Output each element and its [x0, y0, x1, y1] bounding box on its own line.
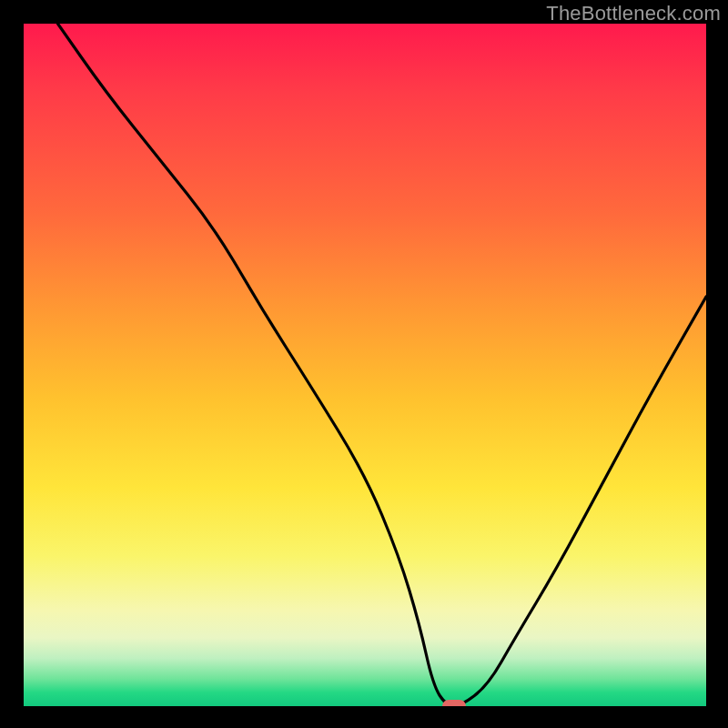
plot-area — [24, 24, 706, 706]
chart-frame: TheBottleneck.com — [0, 0, 728, 728]
bottleneck-curve — [24, 24, 706, 706]
optimal-marker — [442, 700, 466, 706]
watermark-text: TheBottleneck.com — [546, 2, 721, 25]
